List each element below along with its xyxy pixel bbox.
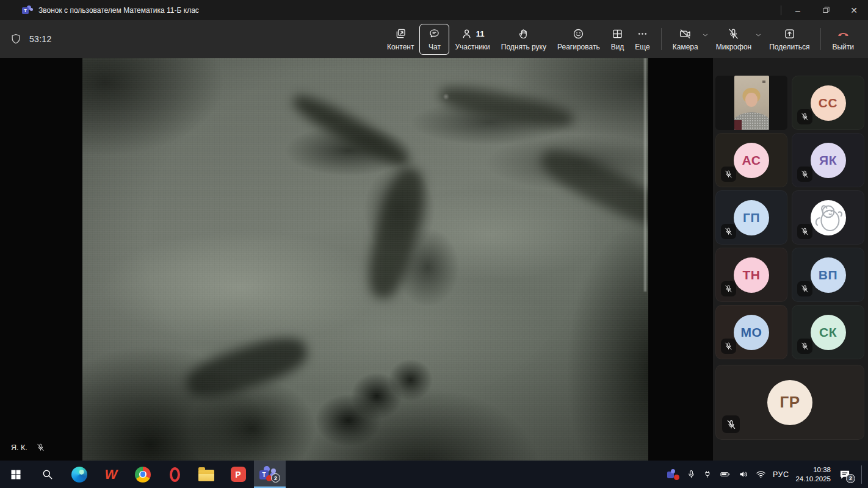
search-icon	[42, 468, 54, 481]
camera-button[interactable]: Камера	[667, 24, 704, 55]
shield-icon	[10, 33, 22, 45]
taskbar-opera-button[interactable]	[159, 461, 190, 488]
participants-button[interactable]: 11 Участники	[449, 24, 495, 55]
participant-tile[interactable]: СС	[792, 76, 864, 130]
titlebar-more-icon[interactable]	[750, 0, 778, 20]
mic-muted-icon	[721, 281, 736, 296]
react-button[interactable]: Реагировать	[552, 24, 606, 55]
teams-icon: T 2	[259, 466, 280, 483]
view-button[interactable]: Вид	[606, 24, 630, 55]
content-button[interactable]: Контент	[382, 24, 419, 55]
taskbar-explorer-button[interactable]	[190, 461, 222, 488]
mic-options-chevron-icon[interactable]	[754, 31, 762, 39]
system-tray: РУС 10:38 24.10.2025 2	[667, 461, 868, 488]
language-indicator[interactable]: РУС	[773, 470, 789, 479]
taskbar-search-button[interactable]	[32, 461, 63, 488]
share-button[interactable]: Поделиться	[764, 24, 815, 55]
participant-avatar: ГП	[734, 200, 769, 235]
tray-battery-icon[interactable]	[718, 469, 732, 479]
hangup-icon	[837, 27, 850, 40]
participant-tile[interactable]	[792, 190, 864, 245]
taskbar-wps-button[interactable]: W	[95, 461, 127, 488]
tray-wifi-icon[interactable]	[756, 469, 766, 479]
participants-count: 11	[476, 29, 485, 38]
wps-pdf-icon: P	[231, 467, 246, 482]
participant-tile[interactable]: МО	[715, 305, 787, 359]
tray-mic-icon[interactable]	[686, 469, 696, 479]
bunny-doodle-icon	[811, 200, 846, 235]
mic-muted-icon	[722, 415, 740, 433]
mic-muted-icon	[797, 281, 812, 296]
start-button[interactable]	[0, 461, 32, 488]
teacher-camera-video	[734, 76, 769, 130]
teams-badge-count: 2	[271, 473, 280, 483]
main-stage: Я. К.	[0, 58, 713, 461]
taskbar-teams-button[interactable]: T 2	[254, 461, 286, 488]
participant-avatar: СК	[811, 315, 846, 350]
presenter-name: Я. К.	[11, 443, 27, 452]
camera-options-chevron-icon[interactable]	[701, 31, 709, 39]
camera-off-icon	[679, 27, 692, 40]
close-button[interactable]: ✕	[840, 0, 868, 20]
participant-avatar: МО	[734, 315, 769, 350]
participant-tile[interactable]: ВП	[792, 248, 864, 302]
mic-muted-icon	[36, 443, 45, 452]
leave-call-button[interactable]: Выйти	[826, 24, 859, 55]
chat-icon	[428, 27, 441, 40]
window-title: Звонок с пользователем Математика 11-Б к…	[38, 6, 199, 15]
participant-tile[interactable]: АС	[715, 133, 787, 187]
tray-speaker-icon[interactable]	[739, 469, 749, 479]
tray-power-plug-icon[interactable]	[703, 469, 712, 479]
mic-muted-icon	[797, 167, 812, 182]
shared-video[interactable]	[82, 58, 648, 461]
titlebar-separator	[781, 5, 781, 15]
participant-avatar: ТН	[734, 257, 769, 293]
mic-muted-icon	[797, 109, 812, 124]
participants-sidebar: СС АС ЯК ГП ТН	[713, 58, 868, 461]
wps-office-icon: W	[105, 467, 118, 483]
file-explorer-icon	[198, 470, 214, 481]
react-smiley-icon	[572, 27, 585, 40]
taskbar-chrome-button[interactable]	[127, 461, 159, 488]
participant-tile-teacher[interactable]	[715, 76, 787, 130]
taskbar-clock[interactable]: 10:38 24.10.2025	[795, 465, 831, 483]
participant-tile[interactable]: ЯК	[792, 133, 864, 187]
microphone-button[interactable]: Микрофон	[711, 24, 757, 55]
participant-tile[interactable]: СК	[792, 305, 864, 359]
participant-tile[interactable]: ГР	[715, 365, 864, 440]
mic-muted-icon	[797, 339, 812, 354]
windows-logo-icon	[10, 468, 22, 481]
mic-muted-icon	[797, 224, 812, 239]
sketch-avatar	[811, 200, 846, 235]
restore-button[interactable]	[812, 0, 840, 20]
action-center-button[interactable]: 2	[837, 467, 852, 482]
participant-avatar: СС	[811, 85, 846, 121]
call-timer: 53:12	[10, 33, 52, 45]
teams-call-window: T Звонок с пользователем Математика 11-Б…	[0, 0, 868, 488]
windows-taskbar: W P T 2 РУС 10:38	[0, 461, 868, 488]
mic-off-icon	[727, 27, 740, 40]
mic-muted-icon	[721, 167, 736, 182]
edge-icon	[71, 467, 87, 483]
raise-hand-button[interactable]: Поднять руку	[496, 24, 552, 55]
presenter-name-label: Я. К.	[11, 443, 45, 452]
participant-avatar: ГР	[767, 380, 812, 425]
mic-muted-icon	[721, 224, 736, 239]
taskbar-edge-button[interactable]	[63, 461, 95, 488]
chat-button[interactable]: Чат	[419, 24, 449, 55]
show-desktop-button[interactable]	[861, 465, 862, 484]
participant-tile[interactable]: ТН	[715, 248, 787, 302]
opera-icon	[170, 467, 180, 482]
window-titlebar: T Звонок с пользователем Математика 11-Б…	[0, 0, 868, 20]
taskbar-time: 10:38	[795, 465, 831, 474]
call-timer-value: 53:12	[29, 34, 52, 44]
share-screen-icon	[783, 27, 796, 40]
participant-avatar: ЯК	[811, 143, 846, 178]
teams-logo-icon: T	[22, 5, 32, 15]
participant-tile[interactable]: ГП	[715, 190, 787, 245]
toolbar-divider	[661, 28, 662, 50]
tray-teams-icon[interactable]	[667, 469, 679, 480]
minimize-button[interactable]: –	[784, 0, 812, 20]
more-button[interactable]: Еще	[629, 24, 655, 55]
taskbar-wps-pdf-button[interactable]: P	[222, 461, 254, 488]
